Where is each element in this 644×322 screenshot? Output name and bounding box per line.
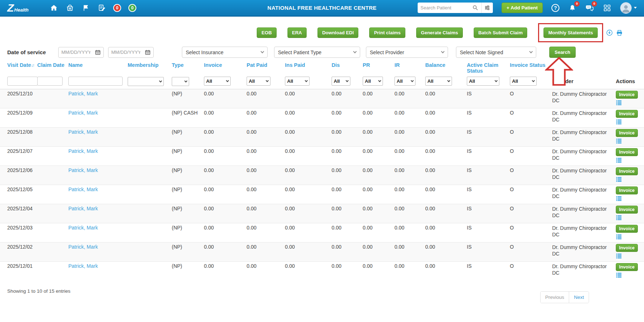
home-icon[interactable]: [50, 4, 58, 12]
messages-icon[interactable]: 0: [585, 4, 594, 12]
cell-pr: 0.00: [360, 242, 392, 261]
eob-button[interactable]: EOB: [257, 27, 276, 38]
invoice-button[interactable]: Invoice: [616, 206, 638, 214]
dis-filter-select[interactable]: All: [332, 77, 350, 86]
apps-grid-icon[interactable]: [603, 4, 611, 12]
invoice-details-icon[interactable]: [616, 215, 622, 222]
col-pat-paid: Pat Paid: [244, 61, 282, 75]
patient-name-link[interactable]: Patrick, Mark: [68, 91, 98, 96]
previous-page-button[interactable]: Previous: [541, 292, 570, 303]
invoice-button[interactable]: Invoice: [616, 110, 638, 118]
patient-name-link[interactable]: Patrick, Mark: [68, 110, 98, 116]
invoice-button[interactable]: Invoice: [616, 263, 638, 271]
chevron-down-icon: [411, 79, 414, 82]
active-claim-status-filter-select[interactable]: All: [467, 77, 499, 86]
visit-date-filter-input[interactable]: [7, 77, 38, 86]
chevron-down-icon: [353, 50, 357, 53]
monthly-statements-button[interactable]: Monthly Statements: [543, 27, 598, 38]
date-from-field[interactable]: [58, 47, 104, 58]
pr-filter-select[interactable]: All: [363, 77, 383, 86]
invoice-details-icon[interactable]: [616, 119, 622, 126]
invoice-button[interactable]: Invoice: [616, 186, 638, 194]
search-button[interactable]: Search: [549, 47, 576, 58]
invoice-button[interactable]: Invoice: [616, 148, 638, 156]
invoice-details-icon[interactable]: [616, 234, 622, 241]
search-icon[interactable]: [470, 3, 481, 13]
date-from-input[interactable]: [61, 50, 90, 55]
table-row: 2025/12/06 Patrick, Mark (NP) 0.00 0.00 …: [0, 166, 644, 185]
invoice-details-icon[interactable]: [616, 272, 622, 279]
col-actions: Actions: [616, 78, 635, 84]
claim-date-filter-input[interactable]: [37, 77, 63, 86]
nav-right-group: + Add Patient ? 0 0: [418, 2, 637, 14]
invoice-details-icon[interactable]: [616, 196, 622, 202]
patient-name-link[interactable]: Patrick, Mark: [68, 244, 98, 250]
flag-icon[interactable]: [81, 4, 90, 12]
cell-visit-date: 2025/12/10: [0, 89, 34, 108]
cell-actions: Invoice: [613, 89, 644, 108]
select-patient-type-dropdown[interactable]: Select Patient Type: [274, 47, 360, 58]
print-claims-button[interactable]: Print claims: [369, 27, 405, 38]
invoice-button[interactable]: Invoice: [616, 225, 638, 233]
patient-name-link[interactable]: Patrick, Mark: [68, 129, 98, 135]
print-icon[interactable]: [616, 29, 623, 37]
invoice-filter-select[interactable]: All: [204, 77, 231, 86]
user-menu[interactable]: [620, 2, 637, 14]
download-edi-button[interactable]: Download EDI: [317, 27, 358, 38]
name-filter-input[interactable]: [68, 77, 123, 86]
patient-name-link[interactable]: Patrick, Mark: [68, 186, 98, 192]
next-page-button[interactable]: Next: [569, 292, 589, 303]
cell-ir: 0.00: [392, 108, 422, 127]
notes-icon[interactable]: [97, 4, 106, 12]
balance-filter-select[interactable]: All: [425, 77, 452, 86]
basket-icon[interactable]: [65, 4, 74, 12]
calendar-icon[interactable]: [145, 50, 150, 55]
green-counter-badge[interactable]: 0: [128, 4, 136, 12]
cell-ir: 0.00: [392, 89, 422, 108]
patient-name-link[interactable]: Patrick, Mark: [68, 167, 98, 173]
membership-filter-select[interactable]: [128, 77, 164, 86]
invoice-details-icon[interactable]: [616, 177, 622, 183]
invoice-button[interactable]: Invoice: [616, 244, 638, 252]
invoice-details-icon[interactable]: [616, 138, 622, 145]
add-patient-button[interactable]: + Add Patient: [502, 3, 543, 13]
invoice-button[interactable]: Invoice: [616, 167, 638, 175]
pat-paid-filter-select[interactable]: All: [247, 77, 270, 86]
select-insurance-dropdown[interactable]: Select Insurance: [182, 47, 268, 58]
table-row: 2025/12/09 Patrick, Mark (NP) CASH 0.00 …: [0, 108, 644, 127]
era-button[interactable]: ERA: [287, 27, 307, 38]
invoice-button[interactable]: Invoice: [616, 129, 638, 137]
advanced-search-icon[interactable]: [481, 3, 493, 13]
select-provider-dropdown[interactable]: Select Provider: [366, 47, 448, 58]
patient-name-link[interactable]: Patrick, Mark: [68, 206, 98, 211]
cell-active-claim-status: IS: [464, 223, 507, 242]
sort-icons[interactable]: ↓↑: [31, 63, 34, 68]
notifications-bell-icon[interactable]: 0: [568, 4, 577, 12]
invoice-details-icon[interactable]: [616, 253, 622, 260]
col-type: Type: [169, 61, 201, 75]
invoice-button[interactable]: Invoice: [616, 91, 638, 99]
ins-paid-filter-select[interactable]: All: [285, 77, 310, 86]
patient-search-input[interactable]: [418, 5, 470, 10]
cell-provider: Dr. Dummy Chiropractor DC: [549, 146, 613, 166]
date-to-field[interactable]: [108, 47, 154, 58]
batch-submit-claim-button[interactable]: Batch Submit Claim: [474, 27, 528, 38]
date-to-input[interactable]: [111, 50, 140, 55]
col-visit-date[interactable]: Visit Date↓↑: [0, 61, 34, 75]
red-counter-badge[interactable]: 0: [113, 4, 121, 12]
generate-claims-button[interactable]: Generate Claims: [416, 27, 463, 38]
invoice-status-filter-select[interactable]: All: [510, 77, 537, 86]
zhealth-logo[interactable]: Z Health: [7, 3, 29, 13]
export-download-icon[interactable]: [606, 29, 613, 36]
patient-name-link[interactable]: Patrick, Mark: [68, 225, 98, 231]
invoice-details-icon[interactable]: [616, 100, 622, 107]
patient-name-link[interactable]: Patrick, Mark: [68, 263, 98, 269]
invoice-details-icon[interactable]: [616, 158, 622, 164]
type-filter-select[interactable]: [172, 77, 189, 86]
ir-filter-select[interactable]: All: [394, 77, 415, 86]
select-note-signed-dropdown[interactable]: Select Note Signed: [456, 47, 536, 58]
cell-pat-paid: 0.00: [244, 166, 282, 185]
help-icon[interactable]: ?: [551, 4, 559, 12]
calendar-icon[interactable]: [95, 50, 101, 55]
patient-name-link[interactable]: Patrick, Mark: [68, 148, 98, 154]
